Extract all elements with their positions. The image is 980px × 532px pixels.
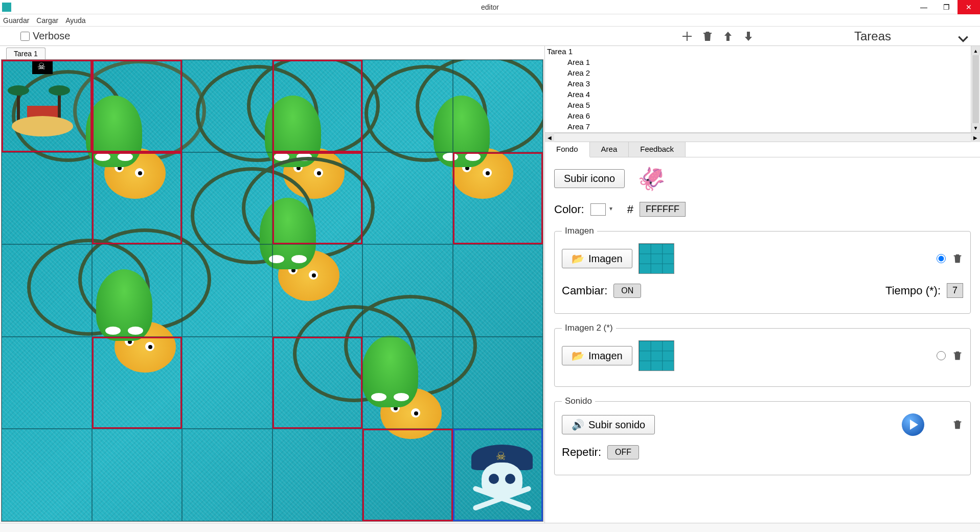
vertical-scrollbar[interactable]: ▲ ▼ <box>971 46 980 132</box>
grid-cell[interactable] <box>453 152 543 245</box>
grid-cell[interactable] <box>272 337 363 429</box>
grid-cell[interactable] <box>182 60 272 152</box>
verbose-checkbox-wrap[interactable]: Verbose <box>20 30 70 42</box>
menu-cargar[interactable]: Cargar <box>36 16 58 25</box>
imagen2-legend: Imagen 2 (*) <box>562 323 616 333</box>
verbose-checkbox[interactable] <box>20 32 30 41</box>
grid-cell[interactable] <box>182 337 272 429</box>
tree-item[interactable]: Area 2 <box>545 67 971 78</box>
horizontal-scrollbar[interactable]: ◀ ▶ <box>545 133 980 142</box>
menu-guardar[interactable]: Guardar <box>3 16 29 25</box>
verbose-label: Verbose <box>33 30 70 42</box>
folder-icon: 📂 <box>572 350 584 362</box>
move-down-button[interactable] <box>742 30 755 43</box>
grid-overlay <box>2 60 543 521</box>
properties-panel: Subir icono 🦑 Color: # FFFFFF Imagen 📂Im… <box>545 157 980 523</box>
grid-cell[interactable] <box>92 337 183 429</box>
grid-cell[interactable] <box>453 429 543 521</box>
grid-cell[interactable] <box>92 60 183 152</box>
grid-cell[interactable] <box>362 152 453 245</box>
close-button[interactable]: ✕ <box>958 0 980 14</box>
color-hex-input[interactable]: FFFFFF <box>640 202 686 217</box>
tree-item[interactable]: Area 7 <box>545 121 971 132</box>
scroll-thumb[interactable] <box>972 55 979 123</box>
grid-cell[interactable] <box>272 244 363 337</box>
tree-root[interactable]: Tarea 1 <box>545 46 971 57</box>
tab-feedback[interactable]: Feedback <box>629 142 686 157</box>
tiempo-label: Tiempo (*): <box>885 284 941 297</box>
grid-cell[interactable] <box>2 60 92 152</box>
imagen-legend: Imagen <box>562 226 597 236</box>
grid-cell[interactable] <box>182 244 272 337</box>
cambiar-label: Cambiar: <box>562 284 607 297</box>
grid-cell[interactable] <box>272 60 363 152</box>
grid-cell[interactable] <box>453 60 543 152</box>
imagen2-radio[interactable] <box>937 351 946 360</box>
tasks-tree[interactable]: Tarea 1Area 1Area 2Area 3Area 4Area 5Are… <box>545 46 971 132</box>
grid-cell[interactable] <box>2 244 92 337</box>
maximize-button[interactable]: ❐ <box>935 0 958 14</box>
trash-icon[interactable] <box>952 253 963 264</box>
grid-cell[interactable] <box>2 337 92 429</box>
grid-cell[interactable] <box>362 60 453 152</box>
trash-icon[interactable] <box>952 350 963 361</box>
imagen-group: Imagen 📂Imagen Cambiar: ON Tiempo (*): 7 <box>554 226 971 314</box>
grid-cell[interactable] <box>362 244 453 337</box>
sonido-group: Sonido 🔊Subir sonido Repetir: OFF <box>554 396 971 475</box>
menu-bar: Guardar Cargar Ayuda <box>0 14 980 27</box>
canvas[interactable] <box>1 59 543 522</box>
color-swatch[interactable] <box>590 203 606 216</box>
scroll-left-icon[interactable]: ◀ <box>545 133 554 142</box>
grid-cell[interactable] <box>182 429 272 521</box>
tree-item[interactable]: Area 1 <box>545 57 971 67</box>
minimize-button[interactable]: — <box>913 0 935 14</box>
play-button[interactable] <box>902 413 924 436</box>
scroll-up-icon[interactable]: ▲ <box>971 46 980 55</box>
window-title: editor <box>481 3 499 11</box>
grid-cell[interactable] <box>2 429 92 521</box>
grid-cell[interactable] <box>182 152 272 245</box>
repetir-toggle[interactable]: OFF <box>607 445 639 459</box>
grid-cell[interactable] <box>92 429 183 521</box>
canvas-tab-row: Tarea 1 <box>0 46 544 59</box>
tiempo-input[interactable]: 7 <box>947 283 963 298</box>
subir-icono-button[interactable]: Subir icono <box>554 169 625 188</box>
delete-button[interactable] <box>701 30 714 43</box>
tree-item[interactable]: Area 4 <box>545 89 971 100</box>
tab-area[interactable]: Area <box>590 142 629 157</box>
hash-label: # <box>627 203 633 216</box>
icon-preview: 🦑 <box>631 165 672 193</box>
grid-cell[interactable] <box>272 429 363 521</box>
tareas-panel-title: Tareas <box>765 29 980 43</box>
grid-cell[interactable] <box>92 152 183 245</box>
move-up-button[interactable] <box>721 30 735 43</box>
subir-sonido-button[interactable]: 🔊Subir sonido <box>562 415 655 434</box>
status-bar <box>0 523 980 532</box>
add-button[interactable] <box>680 30 694 43</box>
grid-cell[interactable] <box>453 337 543 429</box>
tree-item[interactable]: Area 6 <box>545 110 971 121</box>
grid-cell[interactable] <box>362 337 453 429</box>
tree-item[interactable]: Area 3 <box>545 78 971 89</box>
imagen2-group: Imagen 2 (*) 📂Imagen <box>554 323 971 387</box>
trash-icon[interactable] <box>952 419 963 430</box>
cambiar-toggle[interactable]: ON <box>613 284 641 298</box>
property-tabs: Fondo Area Feedback <box>545 142 980 157</box>
grid-cell[interactable] <box>362 429 453 521</box>
tree-item[interactable]: Area 5 <box>545 100 971 110</box>
grid-cell[interactable] <box>453 244 543 337</box>
grid-cell[interactable] <box>92 244 183 337</box>
imagen2-button[interactable]: 📂Imagen <box>562 346 632 365</box>
menu-ayuda[interactable]: Ayuda <box>65 16 85 25</box>
folder-icon: 📂 <box>572 252 584 265</box>
imagen2-thumb <box>639 340 674 371</box>
imagen-thumb <box>639 243 674 274</box>
scroll-down-icon[interactable]: ▼ <box>971 123 980 132</box>
grid-cell[interactable] <box>272 152 363 245</box>
imagen-radio[interactable] <box>937 254 946 263</box>
imagen-button[interactable]: 📂Imagen <box>562 249 632 268</box>
scroll-right-icon[interactable]: ▶ <box>971 133 980 142</box>
canvas-tab[interactable]: Tarea 1 <box>6 48 45 59</box>
tab-fondo[interactable]: Fondo <box>545 142 590 157</box>
grid-cell[interactable] <box>2 152 92 245</box>
